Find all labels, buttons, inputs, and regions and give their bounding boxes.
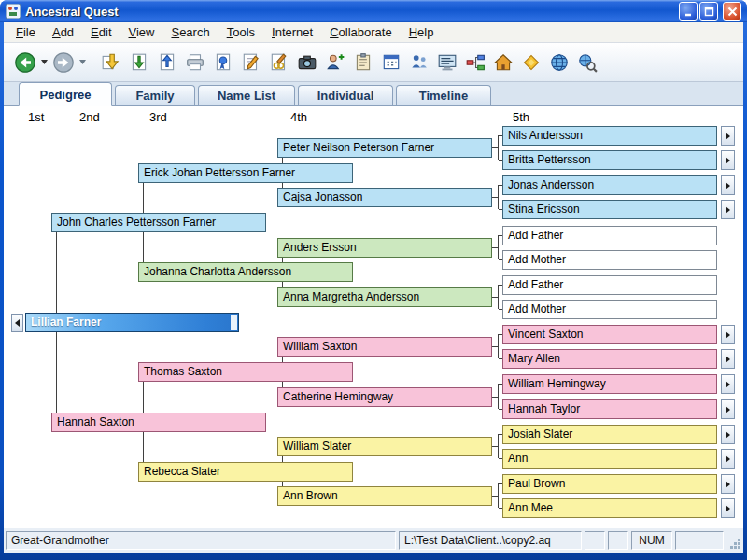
person-box[interactable]: Ann xyxy=(502,449,717,469)
person-box[interactable]: Paul Brown xyxy=(502,474,717,494)
edit-individual-button[interactable] xyxy=(237,48,265,77)
print-preview-icon xyxy=(213,52,233,73)
import-gedcom-button[interactable] xyxy=(125,48,153,77)
back-dropdown[interactable] xyxy=(39,48,49,77)
close-button[interactable] xyxy=(723,2,741,21)
expand-generation-button[interactable] xyxy=(721,399,735,419)
menu-item-tools[interactable]: Tools xyxy=(218,23,263,41)
name-list-icon xyxy=(437,52,458,73)
scrapbook-button[interactable] xyxy=(293,48,321,77)
pedigree-connector-line xyxy=(492,446,499,447)
expand-generation-button[interactable] xyxy=(721,200,735,219)
forward-dropdown[interactable] xyxy=(78,48,88,77)
whats-new-button[interactable] xyxy=(517,48,545,77)
menu-item-internet[interactable]: Internet xyxy=(263,23,321,41)
expand-generation-button[interactable] xyxy=(721,425,735,444)
person-box[interactable]: Rebecca Slater xyxy=(138,462,353,482)
add-individual-button[interactable] xyxy=(321,48,349,77)
expand-generation-button[interactable] xyxy=(721,449,735,469)
expand-generation-button[interactable] xyxy=(721,349,735,369)
person-box[interactable]: Britta Pettersson xyxy=(502,150,717,170)
edit-marriage-button[interactable] xyxy=(265,48,293,77)
import-gedcom-icon xyxy=(129,52,149,73)
add-person-slot[interactable]: Add Father xyxy=(502,226,717,245)
navigate-back-generation-button[interactable] xyxy=(11,314,23,332)
expand-generation-button[interactable] xyxy=(721,175,735,195)
tab-individual[interactable]: Individual xyxy=(298,85,393,105)
person-box[interactable]: Ann Mee xyxy=(502,498,717,518)
forward-button[interactable] xyxy=(49,48,78,77)
expand-generation-button[interactable] xyxy=(721,498,735,518)
add-person-slot[interactable]: Add Father xyxy=(502,275,717,295)
menu-item-edit[interactable]: Edit xyxy=(82,23,120,41)
person-box[interactable]: Nils Andersson xyxy=(502,126,717,146)
print-button[interactable] xyxy=(181,48,209,77)
resize-grip[interactable] xyxy=(726,531,741,550)
minimize-icon xyxy=(684,7,694,17)
back-button[interactable] xyxy=(11,48,39,77)
export-gedcom-button[interactable] xyxy=(153,48,181,77)
calendar-icon xyxy=(381,52,402,73)
person-box[interactable]: Hannah Taylor xyxy=(502,399,717,419)
print-icon xyxy=(185,52,205,73)
person-box[interactable]: Mary Allen xyxy=(502,349,717,369)
open-file-button[interactable] xyxy=(97,48,125,77)
title-bar[interactable]: Ancestral Quest xyxy=(0,0,747,22)
person-box[interactable]: Vincent Saxton xyxy=(502,325,717,344)
person-box[interactable]: Hannah Saxton xyxy=(51,413,266,432)
expand-generation-button[interactable] xyxy=(721,474,735,494)
person-box[interactable]: Lillian Farner xyxy=(25,313,239,332)
add-person-slot[interactable]: Add Mother xyxy=(502,250,717,270)
menu-item-add[interactable]: Add xyxy=(44,23,82,41)
person-box[interactable]: Thomas Saxton xyxy=(138,362,353,382)
menu-item-search[interactable]: Search xyxy=(162,23,218,41)
internet-button[interactable] xyxy=(545,48,573,77)
person-box[interactable]: Ann Brown xyxy=(277,486,492,506)
family-group-icon xyxy=(409,52,430,73)
person-box[interactable]: William Hemingway xyxy=(502,374,717,394)
pedigree-chart-button[interactable] xyxy=(461,48,489,77)
family-group-button[interactable] xyxy=(405,48,433,77)
expand-generation-button[interactable] xyxy=(721,126,735,146)
person-box[interactable]: Stina Ericsson xyxy=(502,200,717,219)
left-arrow-icon xyxy=(15,319,20,327)
pedigree-connector-line xyxy=(492,346,499,347)
person-box[interactable]: Erick Johan Pettersson Farner xyxy=(138,163,353,183)
chevron-down-icon xyxy=(79,60,87,65)
home-button[interactable] xyxy=(489,48,517,77)
menu-item-collaborate[interactable]: Collaborate xyxy=(321,23,401,41)
expand-generation-button[interactable] xyxy=(721,150,735,170)
numlock-indicator: NUM xyxy=(631,531,672,550)
expand-generation-button[interactable] xyxy=(721,325,735,344)
print-preview-button[interactable] xyxy=(209,48,237,77)
edit-individual-icon xyxy=(241,52,261,73)
notes-button[interactable] xyxy=(349,48,377,77)
person-box[interactable]: William Slater xyxy=(277,437,492,456)
person-box[interactable]: Anders Ersson xyxy=(277,238,492,258)
menu-item-file[interactable]: File xyxy=(7,23,44,41)
person-box[interactable]: William Saxton xyxy=(277,337,492,357)
tab-pedigree[interactable]: Pedigree xyxy=(19,82,112,106)
person-box[interactable]: Anna Margretha Andersson xyxy=(277,287,492,307)
person-box[interactable]: Cajsa Jonasson xyxy=(277,188,492,207)
minimize-button[interactable] xyxy=(679,2,698,21)
name-list-button[interactable] xyxy=(433,48,461,77)
web-search-button[interactable] xyxy=(573,48,601,77)
app-icon[interactable] xyxy=(6,4,21,19)
tab-name-list[interactable]: Name List xyxy=(198,85,295,105)
home-icon xyxy=(493,52,514,73)
person-box[interactable]: Peter Neilson Peterson Farner xyxy=(277,138,492,158)
tab-family[interactable]: Family xyxy=(115,85,195,105)
maximize-button[interactable] xyxy=(699,2,718,21)
person-box[interactable]: Johanna Charlotta Andersson xyxy=(138,262,353,282)
expand-generation-button[interactable] xyxy=(721,374,735,394)
person-box[interactable]: Catherine Hemingway xyxy=(277,387,492,407)
person-box[interactable]: John Charles Pettersson Farner xyxy=(51,213,266,232)
person-box[interactable]: Jonas Andersson xyxy=(502,175,717,195)
menu-item-help[interactable]: Help xyxy=(401,23,443,41)
tab-timeline[interactable]: Timeline xyxy=(396,85,491,105)
calendar-button[interactable] xyxy=(377,48,405,77)
menu-item-view[interactable]: View xyxy=(120,23,163,41)
add-person-slot[interactable]: Add Mother xyxy=(502,300,717,319)
person-box[interactable]: Josiah Slater xyxy=(502,425,717,444)
